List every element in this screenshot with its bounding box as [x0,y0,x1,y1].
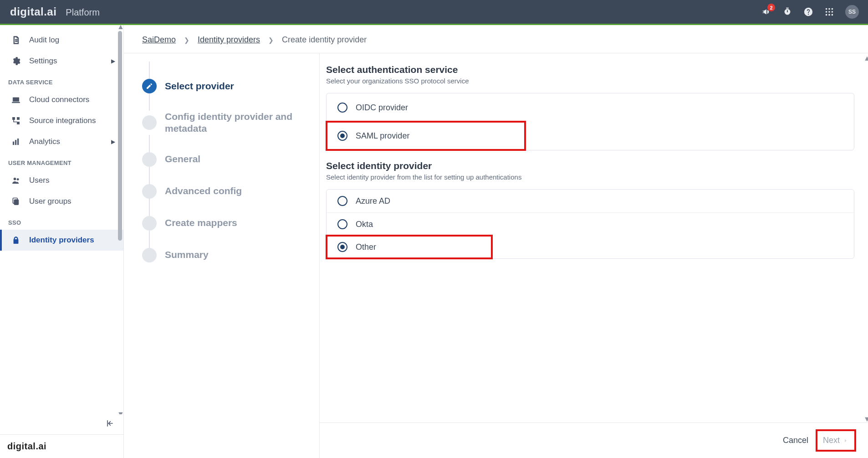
radio-label: Azure AD [356,196,390,206]
step-dot-icon [142,216,157,231]
radio-icon [337,131,347,141]
wizard-step-label: Create mappers [165,217,237,229]
form-panel: ▲ Select authentication service Select y… [320,53,868,458]
footer-brand: digital.ai [7,441,46,452]
bar-chart-icon [11,137,21,147]
step-dot-icon [142,248,157,262]
announcements-icon[interactable]: 2 [761,7,771,17]
radio-oidc-provider[interactable]: OIDC provider [327,93,854,122]
radio-icon [337,103,347,113]
copy-icon [11,196,21,206]
cancel-button[interactable]: Cancel [783,436,808,445]
radio-icon [337,219,347,229]
section-title-idp: Select identity provider [326,160,854,171]
wizard-step-config-metadata[interactable]: Config identity provider and metadata [142,111,306,135]
wizard-steps: Select provider Config identity provider… [124,53,320,458]
svg-rect-10 [17,118,20,120]
topbar-icons: 2 SS [761,5,859,19]
wizard-step-advanced-config[interactable]: Advanced config [142,184,306,199]
svg-rect-17 [14,200,19,205]
svg-point-4 [828,11,830,13]
breadcrumb-link-identity-providers[interactable]: Identity providers [198,35,260,45]
highlight-other: Other [327,236,492,258]
svg-rect-12 [13,142,14,145]
notification-badge: 2 [767,4,775,11]
sidebar-section-sso: SSO [0,212,123,230]
section-subtitle-idp: Select identity provider from the list f… [326,173,854,181]
sidebar-item-source-integrations[interactable]: Source integrations [0,110,123,131]
svg-rect-13 [15,140,16,145]
svg-point-15 [14,178,16,180]
gear-icon [11,56,21,66]
chevron-right-icon: ▶ [111,139,115,145]
svg-point-7 [828,14,830,16]
help-icon[interactable] [803,7,813,17]
wizard-step-label: Advanced config [165,185,242,197]
sidebar-footer: digital.ai [0,434,123,458]
svg-point-2 [832,8,833,10]
radio-saml-provider[interactable]: SAML provider [327,122,420,150]
svg-point-5 [832,11,833,13]
wizard-step-summary[interactable]: Summary [142,248,306,262]
chevron-right-icon: ❯ [268,36,274,44]
brand: digital.ai Platform [10,5,100,18]
step-dot-icon [142,152,157,167]
wizard-step-general[interactable]: General [142,152,306,167]
scroll-up-icon: ▲ [863,54,868,61]
wizard-step-select-provider[interactable]: Select provider [142,79,306,93]
avatar[interactable]: SS [845,5,859,19]
sidebar-item-label: Cloud connectors [29,95,89,104]
step-dot-icon [142,115,157,130]
sidebar-item-label: Audit log [29,36,59,45]
next-button[interactable]: Next [817,431,854,450]
svg-rect-14 [17,139,19,144]
chevron-right-icon: ❯ [184,36,189,44]
wizard-step-label: General [165,153,200,165]
section-subtitle-auth: Select your organizations SSO protocol s… [326,77,854,85]
svg-rect-9 [13,118,15,120]
sidebar-item-analytics[interactable]: Analytics ▶ [0,131,123,152]
sidebar-item-label: Users [29,176,49,185]
integration-icon [11,116,21,126]
chevron-right-icon: ▶ [111,58,115,64]
brand-platform: Platform [66,7,99,18]
main: SaiDemo ❯ Identity providers ❯ Create id… [124,25,868,458]
stopwatch-icon[interactable] [782,7,792,17]
radio-azure-ad[interactable]: Azure AD [327,190,854,212]
top-bar: digital.ai Platform 2 SS [0,0,868,25]
breadcrumb-current: Create identity provider [282,35,367,45]
sidebar-item-identity-providers[interactable]: Identity providers [0,230,123,251]
identity-provider-group: Azure AD Okta Other [326,189,854,259]
radio-label: SAML provider [356,131,409,141]
sidebar-section-user-management: USER MANAGEMENT [0,152,123,170]
sidebar-item-audit-log[interactable]: Audit log [0,30,123,51]
apps-grid-icon[interactable] [824,7,834,17]
chevron-right-icon [842,437,849,444]
radio-label: Other [356,242,376,252]
radio-other[interactable]: Other [327,236,387,258]
svg-point-1 [828,8,830,10]
sidebar-item-user-groups[interactable]: User groups [0,191,123,212]
wizard-step-create-mappers[interactable]: Create mappers [142,216,306,231]
panel-footer: Cancel Next [320,422,868,458]
brand-logo: digital.ai [10,5,56,18]
sidebar-item-cloud-connectors[interactable]: Cloud connectors [0,89,123,110]
collapse-sidebar-icon[interactable] [105,422,114,429]
sidebar-item-users[interactable]: Users [0,170,123,191]
next-button-label: Next [823,436,840,445]
users-icon [11,175,21,185]
radio-okta[interactable]: Okta [327,212,854,236]
sidebar-item-label: Settings [29,57,57,66]
sidebar-item-settings[interactable]: Settings ▶ [0,51,123,72]
wizard-step-label: Select provider [165,80,234,92]
breadcrumb-link-saidemo[interactable]: SaiDemo [142,35,176,45]
sidebar-item-label: Identity providers [29,236,94,245]
svg-point-6 [826,14,827,16]
scroll-down-icon: ▼ [863,415,868,422]
sidebar-section-data-service: DATA SERVICE [0,72,123,89]
sidebar-item-label: Source integrations [29,116,96,125]
radio-label: Okta [356,220,373,229]
device-icon [11,95,21,105]
breadcrumb: SaiDemo ❯ Identity providers ❯ Create id… [124,25,868,53]
scroll-up-icon: ▲ [117,25,123,29]
